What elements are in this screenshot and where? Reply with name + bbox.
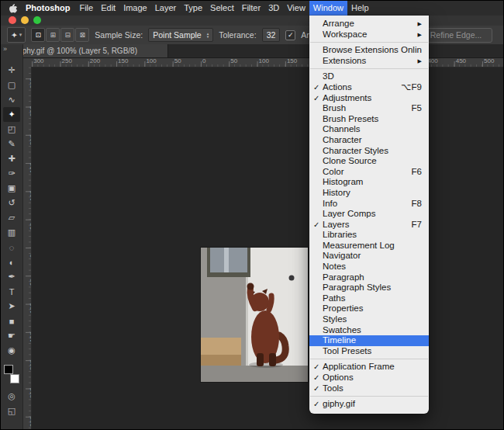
menu-item-channels[interactable]: Channels [309,124,429,135]
menu-item-browse-extensions-online[interactable]: Browse Extensions Online... [309,45,429,56]
menubar-item-select[interactable]: Select [206,1,238,16]
menu-item-styles[interactable]: Styles [309,314,429,325]
menubar-item-3d[interactable]: 3D [264,1,283,16]
menu-item-tools[interactable]: ✓Tools [309,383,429,394]
healing-brush-tool[interactable]: ✚ [3,151,20,166]
menubar-item-file[interactable]: File [75,1,97,16]
menu-item-libraries[interactable]: Libraries [309,230,429,241]
menu-item-clone-source[interactable]: Clone Source [309,156,429,167]
menu-item-label: Styles [323,314,422,325]
menu-item-notes[interactable]: Notes [309,262,429,272]
menu-item-timeline[interactable]: Timeline [309,335,429,346]
menu-item-info[interactable]: InfoF8 [309,199,429,210]
crop-tool[interactable]: ◰ [3,122,20,137]
document-image-red-panda [201,248,308,382]
shape-tool[interactable]: ■ [3,314,20,328]
menubar-item-layer[interactable]: Layer [151,1,181,16]
menubar-item-filter[interactable]: Filter [238,1,264,16]
zoom-window-button[interactable] [33,16,41,24]
menu-item-actions[interactable]: ✓Actions⌥F9 [309,82,429,93]
menu-item-3d[interactable]: 3D [309,71,429,82]
menubar-item-help[interactable]: Help [347,1,373,16]
menu-item-character[interactable]: Character [309,135,429,146]
background-color-swatch[interactable] [10,374,19,383]
menu-item-arrange[interactable]: Arrange▶ [309,19,429,29]
menubar-item-photoshop[interactable]: Photoshop [22,1,74,16]
menu-item-history[interactable]: History [309,188,429,199]
document-tab[interactable]: × giphy.gif @ 100% (Layer 5, RGB/8) [1,44,168,57]
document-tab-label: giphy.gif @ 100% (Layer 5, RGB/8) [16,47,137,55]
refine-edge-button[interactable]: Refine Edge... [419,28,492,43]
menu-item-properties[interactable]: Properties [309,303,429,314]
menu-item-layer-comps[interactable]: Layer Comps [309,209,429,220]
clone-stamp-tool[interactable]: ▣ [3,181,20,196]
color-swatches[interactable] [3,364,20,384]
menu-item-histogram[interactable]: Histogram [309,177,429,188]
menu-item-layers[interactable]: ✓LayersF7 [309,220,429,231]
menu-item-color[interactable]: ColorF6 [309,167,429,178]
marquee-tool[interactable]: ▢ [3,78,20,92]
close-window-button[interactable] [9,16,16,24]
eraser-tool[interactable]: ▱ [3,210,20,225]
menubar-item-window[interactable]: Window [309,1,347,16]
ruler-number: 300 [29,78,32,88]
canvas-area[interactable] [31,67,503,429]
menubar-item-image[interactable]: Image [119,1,151,16]
menu-item-label: Measurement Log [323,241,422,251]
menubar-item-view[interactable]: View [283,1,309,16]
pen-tool[interactable]: ✒ [3,269,20,284]
tolerance-label: Tolerance: [219,30,256,40]
subtract-from-selection-button[interactable]: ⊟ [60,28,74,42]
gradient-tool[interactable]: ▥ [3,225,20,240]
ruler-number: 0 [29,254,32,257]
type-tool[interactable]: T [3,284,20,299]
add-to-selection-button[interactable]: ⊞ [46,28,60,42]
magic-wand-tool[interactable]: ✦ [3,107,20,122]
menu-item-label: Histogram [323,177,422,188]
eyedropper-tool[interactable]: ✎ [3,137,20,151]
menu-item-swatches[interactable]: Swatches [309,325,429,336]
intersect-selection-button[interactable]: ⊠ [75,28,89,42]
zoom-tool[interactable]: ◉ [3,343,20,358]
menu-item-options[interactable]: ✓Options [309,373,429,383]
anti-alias-checkbox[interactable]: ✓ [285,30,295,40]
sample-size-select[interactable]: Point Sample ▴ ▾ [148,28,213,42]
brush-tool[interactable]: ✑ [3,166,20,181]
menu-item-paths[interactable]: Paths [309,293,429,304]
foreground-color-swatch[interactable] [4,365,13,374]
tool-preset-picker[interactable]: ✦ ▾ [7,27,26,43]
quick-mask-button[interactable]: ◎ [3,390,20,402]
lasso-tool[interactable]: ∿ [3,92,20,107]
ruler-number: 300 [29,416,32,426]
menu-item-paragraph-styles[interactable]: Paragraph Styles [309,283,429,293]
tolerance-input[interactable]: 32 [262,28,281,42]
move-tool[interactable]: ✛ [3,63,20,78]
menu-item-extensions[interactable]: Extensions▶ [309,56,429,67]
stepper-arrows-icon[interactable]: ▴ ▾ [207,32,209,38]
new-selection-button[interactable]: ⊡ [31,28,45,42]
path-selection-tool[interactable]: ➤ [3,299,20,314]
menu-shortcut: F8 [412,199,422,210]
menu-item-brush[interactable]: BrushF5 [309,103,429,114]
menubar-item-edit[interactable]: Edit [97,1,119,16]
menu-item-tool-presets[interactable]: Tool Presets [309,346,429,357]
minimize-window-button[interactable] [21,16,29,24]
menu-item-workspace[interactable]: Workspace▶ [309,29,429,40]
menu-item-measurement-log[interactable]: Measurement Log [309,241,429,251]
checkmark-icon: ✓ [313,399,323,410]
menu-item-application-frame[interactable]: ✓Application Frame [309,362,429,373]
dodge-tool[interactable]: ◐ [3,255,20,269]
hand-tool[interactable]: ☛ [3,328,20,343]
menu-item-adjustments[interactable]: ✓Adjustments [309,93,429,104]
menu-item-character-styles[interactable]: Character Styles [309,146,429,157]
menu-item-paragraph[interactable]: Paragraph [309,272,429,283]
menu-item-label: Character Styles [323,146,422,157]
history-brush-tool[interactable]: ↺ [3,196,20,210]
menu-item-brush-presets[interactable]: Brush Presets [309,114,429,125]
menubar-item-type[interactable]: Type [180,1,206,16]
blur-tool[interactable]: ◌ [3,240,20,255]
menu-item-giphy-gif[interactable]: ✓giphy.gif [309,399,429,410]
menu-item-navigator[interactable]: Navigator [309,251,429,262]
screen-mode-button[interactable]: ◱ [3,404,20,417]
apple-menu-icon[interactable] [9,2,19,14]
